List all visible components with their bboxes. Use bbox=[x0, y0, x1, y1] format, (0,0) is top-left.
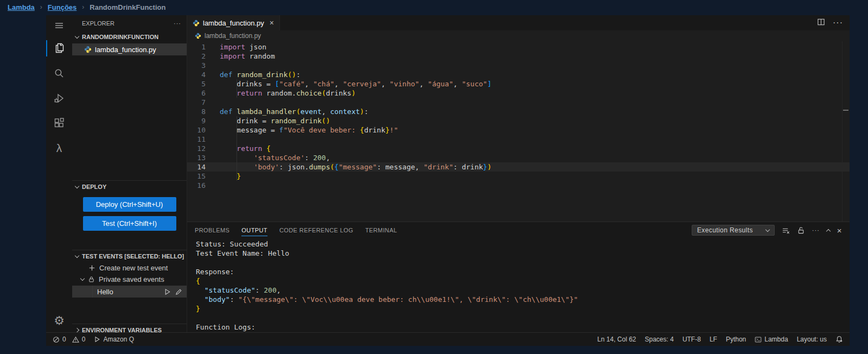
test-events-section-header[interactable]: TEST EVENTS [SELECTED: HELLO] bbox=[72, 251, 187, 262]
line-number: 11 bbox=[187, 135, 220, 144]
explorer-icon[interactable] bbox=[46, 36, 72, 61]
unlock-icon[interactable] bbox=[797, 226, 805, 235]
plus-icon bbox=[88, 264, 95, 271]
code-line[interactable]: 11 bbox=[187, 135, 850, 144]
line-number: 5 bbox=[187, 79, 220, 88]
code-line[interactable]: 1import json bbox=[187, 42, 850, 52]
status-item-utf-8[interactable]: UTF-8 bbox=[682, 336, 701, 343]
output-line: Function Logs: bbox=[196, 323, 850, 332]
editor-scrollbar[interactable] bbox=[842, 41, 850, 222]
activity-bar: λ ⚙ bbox=[46, 15, 72, 332]
code-line[interactable]: 12 return { bbox=[187, 144, 850, 153]
panel-tab-code-reference-log[interactable]: CODE REFERENCE LOG bbox=[279, 222, 353, 238]
output-line: { bbox=[196, 276, 850, 286]
amazon-q-status[interactable]: Amazon Q bbox=[94, 336, 134, 343]
test-event-hello-item[interactable]: Hello bbox=[72, 286, 187, 298]
breadcrumb-item[interactable]: Funções bbox=[48, 3, 76, 11]
code-line[interactable]: 9 drink = random_drink() bbox=[187, 116, 850, 125]
test-button[interactable]: Test (Ctrl+Shift+I) bbox=[83, 216, 176, 231]
lambda-box-icon bbox=[755, 336, 762, 343]
breadcrumb-item[interactable]: Lambda bbox=[8, 3, 35, 11]
output-line: Status: Succeeded bbox=[196, 239, 850, 249]
aws-lambda-icon[interactable]: λ bbox=[46, 136, 72, 161]
code-line[interactable]: 13 'statusCode': 200, bbox=[187, 153, 850, 162]
line-number: 8 bbox=[187, 107, 220, 116]
clear-output-icon[interactable] bbox=[782, 226, 790, 235]
private-saved-events-item[interactable]: Private saved events bbox=[72, 274, 187, 285]
status-item-layout-us[interactable]: Layout: us bbox=[797, 336, 827, 343]
line-number: 7 bbox=[187, 98, 220, 107]
python-file-icon bbox=[84, 46, 92, 53]
problems-status[interactable]: 0 0 bbox=[53, 336, 85, 343]
line-number: 6 bbox=[187, 88, 220, 98]
maximize-panel-icon[interactable] bbox=[827, 228, 830, 233]
status-item-lf[interactable]: LF bbox=[710, 336, 717, 343]
code-line[interactable]: 7 bbox=[187, 98, 850, 107]
explorer-title: EXPLORER bbox=[82, 20, 114, 27]
code-editor[interactable]: 1import json2import random3 4def random_… bbox=[187, 41, 850, 222]
output-line: "body": "{\"message\": \"Voc\\u00ea deve… bbox=[196, 295, 850, 304]
code-line[interactable]: 14 'body': json.dumps({"message": messag… bbox=[187, 162, 850, 172]
warning-icon bbox=[72, 336, 79, 343]
python-file-icon bbox=[195, 33, 201, 39]
create-test-event-item[interactable]: Create new test event bbox=[72, 262, 187, 273]
editor-tab-bar: lambda_function.py × ··· bbox=[187, 15, 850, 30]
explorer-more-icon[interactable]: ··· bbox=[174, 20, 181, 27]
project-section-header[interactable]: RANDOMDRINKFUNCTION bbox=[72, 31, 187, 42]
tab-close-icon[interactable]: × bbox=[270, 18, 274, 27]
code-line[interactable]: 2import random bbox=[187, 52, 850, 61]
environment-variables-section-header[interactable]: ENVIRONMENT VARIABLES bbox=[72, 325, 187, 336]
close-panel-icon[interactable]: × bbox=[837, 226, 842, 235]
code-line[interactable]: 15 } bbox=[187, 172, 850, 181]
deploy-section-header[interactable]: DEPLOY bbox=[72, 181, 187, 192]
split-editor-icon[interactable] bbox=[817, 18, 825, 28]
sidebar-explorer: EXPLORER ··· RANDOMDRINKFUNCTION lambda_… bbox=[72, 15, 187, 332]
python-file-icon bbox=[193, 20, 200, 27]
output-line: Response: bbox=[196, 267, 850, 276]
line-number: 10 bbox=[187, 125, 220, 135]
breadcrumb-separator: › bbox=[40, 3, 42, 11]
panel-tab-bar: PROBLEMSOUTPUTCODE REFERENCE LOGTERMINAL… bbox=[187, 222, 850, 238]
status-item-ln-14-col-62[interactable]: Ln 14, Col 62 bbox=[597, 336, 636, 343]
panel-tab-output[interactable]: OUTPUT bbox=[241, 222, 267, 238]
notifications-bell-icon[interactable] bbox=[835, 336, 843, 343]
panel-tab-problems[interactable]: PROBLEMS bbox=[195, 222, 229, 238]
code-line[interactable]: 8def lambda_handler(event, context): bbox=[187, 107, 850, 116]
code-line[interactable]: 16 bbox=[187, 181, 850, 190]
run-debug-icon[interactable] bbox=[46, 86, 72, 111]
scrollbar-cursor-mark bbox=[843, 110, 848, 111]
panel-more-icon[interactable]: ··· bbox=[812, 227, 820, 233]
hamburger-menu-icon[interactable] bbox=[46, 15, 72, 36]
line-number: 15 bbox=[187, 172, 220, 181]
run-test-event-icon[interactable] bbox=[164, 288, 171, 295]
status-item-lambda[interactable]: Lambda bbox=[755, 336, 788, 343]
output-line: "statusCode": 200, bbox=[196, 286, 850, 295]
extensions-icon[interactable] bbox=[46, 111, 72, 136]
output-console[interactable]: Status: SucceededTest Event Name: Hello … bbox=[187, 238, 850, 332]
code-line[interactable]: 6 return random.choice(drinks) bbox=[187, 88, 850, 98]
file-item-lambda-function[interactable]: lambda_function.py bbox=[72, 43, 187, 55]
status-item-python[interactable]: Python bbox=[726, 336, 746, 343]
line-number: 1 bbox=[187, 42, 220, 52]
edit-test-event-icon[interactable] bbox=[175, 288, 182, 295]
line-number: 14 bbox=[187, 162, 220, 172]
settings-gear-icon[interactable]: ⚙ bbox=[54, 314, 65, 328]
editor-more-icon[interactable]: ··· bbox=[833, 18, 843, 28]
editor-breadcrumb[interactable]: lambda_function.py bbox=[187, 30, 850, 41]
panel-tab-terminal[interactable]: TERMINAL bbox=[365, 222, 397, 238]
code-line[interactable]: 3 bbox=[187, 61, 850, 70]
status-item-spaces-4[interactable]: Spaces: 4 bbox=[645, 336, 674, 343]
search-icon[interactable] bbox=[46, 61, 72, 86]
output-line bbox=[196, 258, 850, 267]
code-line[interactable]: 10 message = f"Você deve beber: {drink}!… bbox=[187, 125, 850, 135]
code-line[interactable]: 5 drinks = ["café", "chá", "cerveja", "v… bbox=[187, 79, 850, 88]
breadcrumb-item: RandomDrinkFunction bbox=[90, 3, 165, 11]
output-line: } bbox=[196, 304, 850, 313]
indent-guide bbox=[237, 79, 237, 98]
code-line[interactable]: 4def random_drink(): bbox=[187, 70, 850, 79]
tab-lambda-function[interactable]: lambda_function.py × bbox=[187, 15, 280, 30]
deploy-button[interactable]: Deploy (Ctrl+Shift+U) bbox=[83, 197, 176, 212]
code-editor-window: λ ⚙ EXPLORER ··· RANDOMDRINKFUNCTION lam… bbox=[46, 15, 850, 346]
breadcrumb-separator: › bbox=[82, 3, 84, 11]
execution-results-dropdown[interactable]: Execution Results bbox=[692, 225, 775, 236]
